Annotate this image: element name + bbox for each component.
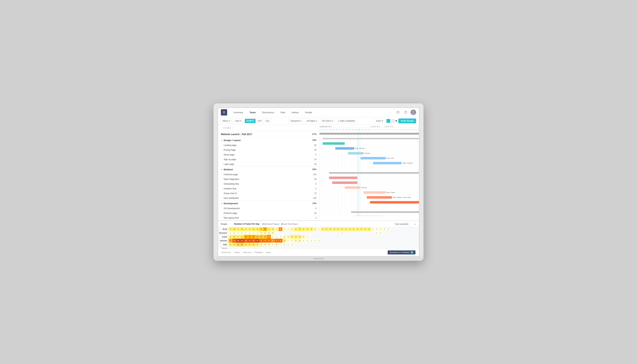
heat-cell	[367, 239, 371, 242]
heat-cell	[298, 231, 302, 235]
cal-tab[interactable]: CAL	[264, 119, 272, 123]
heat-cell	[302, 246, 306, 248]
heat-cell	[313, 231, 317, 235]
svg-rect-170	[360, 157, 386, 160]
user-avatar[interactable]	[410, 110, 416, 115]
heat-cell	[313, 242, 317, 246]
person-name: Brandon	[218, 232, 228, 234]
tab-summary[interactable]: Summary	[231, 110, 246, 115]
heat-cell: 2	[267, 231, 271, 235]
svg-text:25: 25	[352, 129, 354, 130]
heat-cell: 3	[236, 227, 240, 231]
clock-icon[interactable]	[395, 110, 401, 115]
all-dates-filter[interactable]: All Dates ▾	[305, 119, 319, 123]
questions-feedback-button[interactable]: Questions or Feedback 7	[388, 250, 416, 254]
heat-cell: 8	[267, 235, 271, 239]
group-header-design[interactable]: ▼ Design / Layout 28%	[218, 138, 320, 143]
heat-cell	[267, 246, 271, 248]
heat-cell	[290, 246, 294, 248]
task-row: New signup flow 0	[218, 216, 320, 220]
menu-button[interactable]: Menu ▾	[221, 119, 232, 123]
people-panel-scroll-up[interactable]: ▲	[414, 223, 416, 225]
heat-cell: 1	[306, 235, 310, 239]
heat-cell: 12	[240, 239, 244, 242]
footer-link-feedback[interactable]: Feedback	[254, 251, 263, 254]
heat-cell	[329, 239, 332, 242]
heat-cell: 3	[325, 227, 329, 231]
invite-people-button[interactable]: Invite People	[398, 118, 416, 123]
heat-cell: 7	[263, 227, 267, 231]
list-tab[interactable]: LIST	[256, 119, 264, 123]
tab-history[interactable]: History	[289, 110, 301, 115]
tab-files[interactable]: Files	[278, 110, 288, 115]
people-row: Brad343433445733281123433321333333333333…	[218, 227, 419, 231]
svg-text:11: 11	[402, 129, 404, 130]
heat-cell	[278, 242, 282, 246]
heat-cell: 2	[267, 242, 271, 246]
heat-cell: 3	[228, 242, 232, 246]
heat-cell: 5	[240, 242, 244, 246]
color-mode-btn1[interactable]	[386, 119, 390, 123]
heat-cell	[321, 235, 325, 239]
heat-cell: 1	[317, 227, 321, 231]
heat-cell	[252, 246, 256, 248]
svg-text:October 2017: October 2017	[371, 126, 380, 128]
heat-cell	[329, 242, 332, 246]
heat-cell	[275, 231, 278, 235]
heat-cell	[286, 231, 290, 235]
heat-cell	[371, 231, 375, 235]
heat-cell	[317, 242, 321, 246]
tab-tasks[interactable]: Tasks	[247, 110, 259, 115]
hide-availability-button[interactable]: Hide Availability	[394, 222, 410, 226]
color-mode-btn2[interactable]	[391, 119, 395, 123]
heat-cell: 9	[263, 239, 267, 242]
svg-text:18: 18	[330, 129, 332, 130]
tab-discussions[interactable]: Discussions	[259, 110, 277, 115]
heat-cell	[371, 235, 375, 239]
heat-cell: 2	[298, 239, 302, 242]
tab-people[interactable]: People	[302, 110, 315, 115]
footer-link-share[interactable]: Share	[266, 251, 271, 254]
zoom-button[interactable]: Zoom ▾	[374, 119, 385, 123]
heat-cell	[321, 246, 325, 248]
hide-completed-btn[interactable]: ● Hide Completed	[336, 119, 357, 123]
heat-cell: 2	[290, 227, 294, 231]
help-icon[interactable]	[403, 110, 408, 115]
gantt-chart-panel[interactable]: September 2017 October 2017 151617181920…	[320, 125, 419, 220]
heat-cell	[336, 242, 340, 246]
heat-cell: 1	[236, 231, 240, 235]
svg-text:24: 24	[348, 129, 350, 130]
all-colors-filter[interactable]: All Colors ▾	[320, 119, 334, 123]
svg-text:13: 13	[408, 129, 410, 130]
logo-button[interactable]: ☰	[221, 109, 227, 116]
svg-text:Ishmael: Ishmael	[361, 187, 367, 188]
heat-cell	[232, 246, 236, 248]
heat-cell: 4	[232, 227, 236, 231]
group-header-development[interactable]: ▼ Development 18%	[218, 201, 320, 206]
heat-cell: 1	[286, 239, 290, 242]
heat-cell	[336, 231, 340, 235]
heat-cell	[336, 246, 340, 248]
view-button[interactable]: View ▾	[233, 119, 243, 123]
top-navigation: ☰ Summary Tasks Discussions Files Histor…	[218, 108, 419, 117]
svg-text:30: 30	[368, 129, 369, 130]
svg-text:Brad, Ishmael: Brad, Ishmael	[355, 148, 365, 149]
footer-link-videos[interactable]: Videos	[234, 251, 240, 254]
heat-cell	[379, 242, 382, 246]
quick-links-label: Quick links:	[222, 251, 231, 254]
heat-cell	[302, 231, 306, 235]
heat-cell: 1	[317, 239, 321, 242]
heat-cell	[332, 235, 336, 239]
group-header-buildout[interactable]: ▼ Buildout 68%	[218, 167, 320, 172]
gantt-tab[interactable]: GANTT	[245, 119, 256, 123]
heat-cell: 2	[313, 227, 317, 231]
footer-link-help[interactable]: Help Docs	[243, 251, 252, 254]
heat-cell: 3	[244, 227, 248, 231]
heat-cell: 3	[344, 227, 348, 231]
heat-cell: 3	[298, 235, 302, 239]
everyone-filter[interactable]: Everyone ▾	[289, 119, 303, 123]
heat-cell	[367, 242, 371, 246]
svg-text:27: 27	[358, 129, 360, 130]
heat-cell: 6	[259, 235, 263, 239]
heat-cell	[332, 239, 336, 242]
